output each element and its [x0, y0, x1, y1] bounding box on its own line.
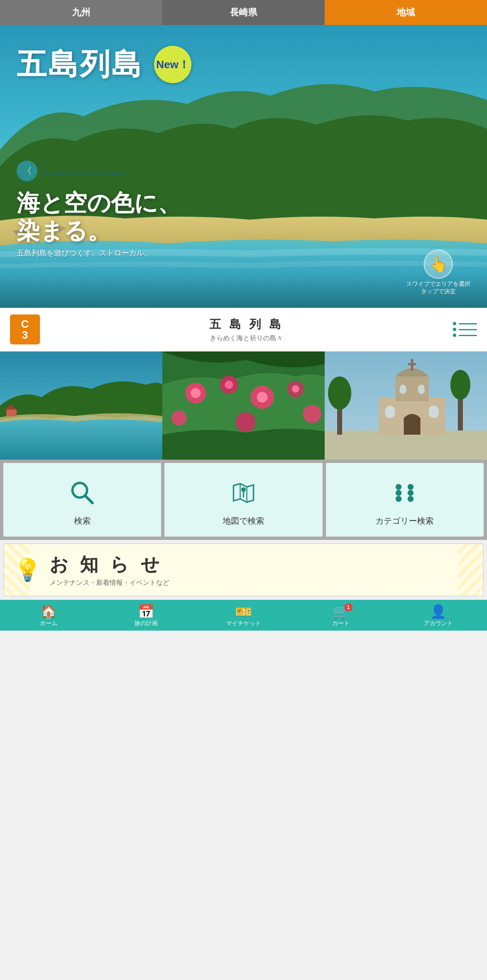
hero-main-title: 五島列島	[17, 48, 143, 81]
region-name: 五 島 列 島	[40, 317, 453, 332]
nav-item-plan[interactable]: 📅 旅の計画	[97, 605, 195, 627]
hero-title-area: 五島列島 New！	[17, 33, 470, 83]
hero-swipe-hint: 👆 スワイプでエリアを選択 タップで決定	[406, 250, 470, 295]
nav-item-home[interactable]: 🏠 ホーム	[0, 605, 97, 627]
category-icon	[388, 476, 421, 510]
ticket-icon: 🎫	[235, 605, 252, 618]
svg-point-8	[225, 381, 233, 389]
svg-point-36	[408, 484, 414, 490]
breadcrumb-item-nagasaki[interactable]: 長崎県	[162, 0, 325, 25]
category-search-cell[interactable]: カテゴリー検索	[326, 463, 484, 537]
nav-item-ticket[interactable]: 🎫 マイチケット	[195, 605, 292, 627]
landscape-photo-svg	[0, 351, 162, 460]
menu-icon[interactable]	[453, 322, 477, 337]
svg-rect-2	[6, 410, 17, 416]
nav-item-account[interactable]: 👤 アカウント	[390, 605, 487, 627]
svg-rect-29	[408, 363, 416, 365]
svg-point-40	[408, 496, 414, 502]
cart-badge: 1	[344, 603, 353, 611]
function-grid: 検索 地図で検索	[3, 463, 484, 537]
hero-tagline: 五島列島を遊びつくす、ストローカル。	[17, 248, 470, 258]
nav-label-plan: 旅の計画	[134, 620, 158, 627]
notice-sub: メンテナンス・新着情報・イベントなど	[50, 579, 169, 587]
svg-rect-25	[429, 406, 439, 418]
notice-title: お 知 ら せ	[50, 552, 169, 577]
category-search-label: カテゴリー検索	[375, 515, 434, 527]
hero-subtitle-area: 〈 Let's take a stroll in Goto Islands 海と…	[0, 152, 487, 266]
hero-back-button[interactable]: 〈	[17, 161, 37, 181]
svg-line-31	[85, 495, 92, 503]
svg-point-37	[396, 490, 402, 496]
search-cell[interactable]: 検索	[3, 463, 161, 537]
home-icon: 🏠	[40, 605, 57, 618]
bottom-nav: 🏠 ホーム 📅 旅の計画 🎫 マイチケット 🛒 1 カート 👤 アカウント	[0, 600, 487, 631]
svg-point-15	[303, 405, 321, 423]
search-label: 検索	[74, 515, 91, 527]
breadcrumb-item-kyushu[interactable]: 九州	[0, 0, 162, 25]
hero-catchcopy: 海と空の色に、 染まる。	[17, 189, 470, 245]
svg-point-38	[408, 490, 414, 496]
svg-point-14	[236, 412, 256, 432]
map-icon	[227, 476, 260, 510]
nav-label-ticket: マイチケット	[226, 620, 261, 627]
nav-label-home: ホーム	[40, 620, 57, 627]
map-search-cell[interactable]: 地図で検索	[164, 463, 322, 537]
svg-point-35	[396, 484, 402, 490]
notice-icon: 💡	[14, 557, 41, 583]
notice-text: お 知 ら せ メンテナンス・新着情報・イベントなど	[50, 552, 169, 587]
photo-landscape[interactable]	[0, 351, 162, 460]
info-text: 五 島 列 島 きらめく海と祈りの島々	[40, 317, 453, 343]
photo-grid	[0, 351, 487, 460]
nav-item-cart[interactable]: 🛒 1 カート	[292, 605, 390, 627]
svg-point-21	[450, 370, 470, 400]
notice-banner[interactable]: 💡 お 知 ら せ メンテナンス・新着情報・イベントなど	[3, 543, 484, 596]
svg-point-19	[328, 376, 351, 410]
function-grid-wrapper: 検索 地図で検索	[0, 460, 487, 540]
breadcrumb-item-region[interactable]: 地域	[325, 0, 487, 25]
svg-point-10	[257, 392, 268, 403]
breadcrumb: 九州 長崎県 地域	[0, 0, 487, 25]
svg-rect-27	[418, 385, 425, 394]
account-icon: 👤	[430, 605, 447, 618]
svg-point-13	[171, 411, 186, 426]
church-photo-svg	[325, 351, 487, 460]
svg-rect-26	[400, 385, 406, 394]
svg-rect-17	[325, 431, 487, 460]
photo-church[interactable]	[325, 351, 487, 460]
svg-point-6	[191, 388, 201, 398]
info-bar: C 3 五 島 列 島 きらめく海と祈りの島々	[0, 308, 487, 351]
plan-icon: 📅	[138, 605, 154, 618]
nav-label-cart: カート	[332, 620, 350, 627]
photo-flowers[interactable]	[162, 351, 325, 460]
flowers-photo-svg	[162, 351, 325, 460]
map-search-label: 地図で検索	[223, 515, 264, 527]
svg-point-34	[241, 487, 246, 492]
svg-point-12	[292, 385, 299, 393]
search-icon	[66, 476, 99, 510]
svg-rect-24	[385, 406, 395, 418]
nav-label-account: アカウント	[424, 620, 453, 627]
region-badge: C 3	[10, 314, 40, 344]
hand-icon: 👆	[424, 250, 453, 279]
cart-icon: 🛒 1	[333, 605, 349, 618]
hero-new-badge: New！	[154, 46, 191, 83]
hero-section: 五島列島 New！ 〈 Let's take a stroll in Goto …	[0, 25, 487, 308]
svg-point-39	[396, 496, 402, 502]
region-sub: きらめく海と祈りの島々	[40, 334, 453, 343]
hero-stroll-text: Let's take a stroll in Goto Islands	[42, 170, 126, 176]
